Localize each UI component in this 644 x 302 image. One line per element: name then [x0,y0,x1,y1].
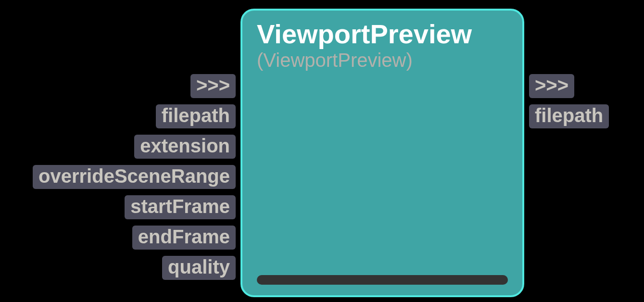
node-title: ViewportPreview [257,20,508,49]
node-body[interactable]: ViewportPreview (ViewportPreview) [240,9,524,297]
input-port-endFrame[interactable]: endFrame [132,226,236,250]
input-port-exec[interactable]: >>> [190,74,236,98]
input-port-filepath[interactable]: filepath [156,104,236,128]
input-port-extension[interactable]: extension [134,135,236,159]
port-label: filepath [162,105,230,126]
port-label: endFrame [138,226,230,247]
port-label: overrideSceneRange [38,165,230,187]
port-label: extension [140,135,230,156]
port-label: >>> [535,75,568,96]
node-subtitle: (ViewportPreview) [257,50,508,71]
input-port-quality[interactable]: quality [162,256,236,280]
port-label: quality [168,256,230,277]
output-port-exec[interactable]: >>> [529,74,574,98]
port-label: startFrame [130,196,230,217]
port-label: >>> [196,75,230,96]
node-footer-bar [257,275,508,285]
input-port-overrideSceneRange[interactable]: overrideSceneRange [33,165,236,189]
input-port-startFrame[interactable]: startFrame [125,195,236,219]
port-label: filepath [535,105,603,126]
output-port-filepath[interactable]: filepath [529,104,609,128]
